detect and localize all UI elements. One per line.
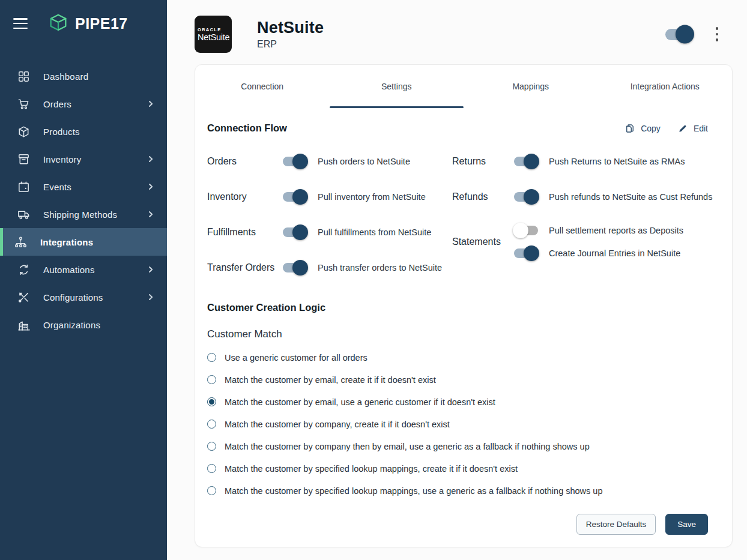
- sidebar-item-products[interactable]: Products: [0, 118, 167, 145]
- toggle-switch[interactable]: [283, 227, 307, 237]
- chevron-right-icon: [147, 265, 155, 274]
- tab-bar: ConnectionSettingsMappingsIntegration Ac…: [195, 65, 732, 108]
- box-icon: [17, 125, 31, 139]
- toggle-row-description: Push transfer orders to NetSuite: [318, 263, 442, 272]
- pipe17-cube-icon: [47, 12, 70, 35]
- radio-option-label: Match the customer by specified lookup m…: [225, 464, 518, 474]
- toggle-row: Pull settlement reports as Deposits: [514, 219, 683, 242]
- customer-match-label: Customer Match: [207, 328, 732, 340]
- radio-button-icon[interactable]: [207, 464, 216, 473]
- toggle-switch[interactable]: [283, 263, 307, 272]
- chevron-right-icon: [147, 100, 155, 108]
- netsuite-logo: ORACLE NetSuite: [195, 16, 232, 53]
- tab-mappings[interactable]: Mappings: [464, 65, 598, 108]
- sidebar: PIPE17 Dashboard Orders Products Invento…: [0, 0, 167, 560]
- kebab-menu-icon[interactable]: [711, 25, 724, 44]
- sidebar-item-label: Events: [43, 182, 71, 192]
- radio-option[interactable]: Match the customer by email, create it i…: [207, 369, 732, 391]
- connector-enabled-toggle[interactable]: [665, 29, 693, 40]
- settings-card: ConnectionSettingsMappingsIntegration Ac…: [195, 64, 733, 547]
- radio-button-icon[interactable]: [207, 442, 216, 451]
- sidebar-item-label: Automations: [43, 265, 95, 275]
- radio-option[interactable]: Match the customer by specified lookup m…: [207, 457, 732, 480]
- calendar-icon: [17, 180, 31, 194]
- sidebar-item-configurations[interactable]: Configurations: [0, 283, 167, 311]
- chevron-right-icon: [147, 210, 155, 218]
- radio-option[interactable]: Match the customer by email, use a gener…: [207, 391, 732, 413]
- sidebar-item-label: Dashboard: [43, 71, 88, 82]
- toggle-switch[interactable]: [514, 157, 538, 166]
- chevron-right-icon: [147, 293, 155, 301]
- restore-defaults-button[interactable]: Restore Defaults: [576, 514, 656, 535]
- sidebar-item-label: Configurations: [43, 292, 103, 303]
- sidebar-item-organizations[interactable]: Organizations: [0, 311, 167, 339]
- sidebar-item-shipping-methods[interactable]: Shipping Methods: [0, 200, 167, 228]
- brand-name: PIPE17: [75, 15, 128, 32]
- sidebar-item-events[interactable]: Events: [0, 173, 167, 200]
- tab-integration-actions[interactable]: Integration Actions: [598, 65, 733, 108]
- sidebar-item-integrations[interactable]: Integrations: [0, 228, 167, 256]
- toggle-row-label: Transfer Orders: [207, 262, 283, 273]
- hierarchy-icon: [14, 235, 28, 249]
- sidebar-header: PIPE17: [0, 0, 167, 35]
- toggle-row: Fulfillments Pull fulfillments from NetS…: [207, 214, 452, 250]
- customer-creation-title: Customer Creation Logic: [207, 302, 732, 313]
- toggle-switch[interactable]: [514, 192, 538, 202]
- customer-creation-section: Customer Creation Logic Customer Match U…: [195, 302, 732, 502]
- toggle-row: Refunds Push refunds to NetSuite as Cust…: [452, 179, 732, 214]
- toggle-row-description: Push Returns to NetSuite as RMAs: [549, 157, 685, 166]
- toggle-row-label: Fulfillments: [207, 227, 283, 238]
- radio-button-icon[interactable]: [207, 353, 216, 362]
- tab-connection[interactable]: Connection: [195, 65, 330, 108]
- hamburger-menu-icon[interactable]: [12, 17, 29, 29]
- toggle-row-label: Refunds: [452, 191, 514, 202]
- toggle-row-label: Orders: [207, 156, 283, 167]
- page-subtitle: ERP: [257, 39, 324, 50]
- tab-settings[interactable]: Settings: [330, 65, 464, 108]
- radio-option[interactable]: Match the customer by specified lookup m…: [207, 480, 732, 502]
- radio-option-label: Match the customer by company then by em…: [225, 442, 590, 451]
- toggle-switch[interactable]: [283, 157, 307, 166]
- sidebar-item-automations[interactable]: Automations: [0, 256, 167, 283]
- toggle-switch[interactable]: [514, 226, 538, 235]
- toggle-row-label: Returns: [452, 156, 514, 167]
- toggle-row-label: Inventory: [207, 191, 283, 202]
- dashboard-grid-icon: [17, 70, 31, 83]
- radio-option[interactable]: Match the customer by company then by em…: [207, 435, 732, 457]
- radio-option-label: Match the customer by company, create it…: [225, 420, 450, 429]
- radio-button-icon[interactable]: [207, 486, 216, 495]
- chevron-right-icon: [147, 182, 155, 191]
- cart-icon: [17, 97, 31, 111]
- toggle-switch[interactable]: [283, 192, 307, 202]
- statements-group: Statements Pull settlement reports as De…: [452, 219, 732, 265]
- chevron-right-icon: [147, 155, 155, 163]
- toggle-switch[interactable]: [514, 248, 538, 258]
- radio-option[interactable]: Match the customer by company, create it…: [207, 413, 732, 435]
- sidebar-item-dashboard[interactable]: Dashboard: [0, 62, 167, 90]
- toggle-row-description: Push orders to NetSuite: [318, 157, 410, 166]
- radio-option-label: Use a generic customer for all orders: [225, 353, 367, 363]
- toggle-row: Orders Push orders to NetSuite: [207, 143, 452, 179]
- radio-button-icon[interactable]: [207, 375, 216, 384]
- radio-option-label: Match the customer by specified lookup m…: [225, 486, 603, 496]
- radio-option[interactable]: Use a generic customer for all orders: [207, 346, 732, 369]
- edit-button[interactable]: Edit: [677, 123, 708, 134]
- sidebar-item-orders[interactable]: Orders: [0, 90, 167, 118]
- sidebar-item-inventory[interactable]: Inventory: [0, 145, 167, 173]
- toggle-row: Create Journal Entries in NetSuite: [514, 242, 683, 265]
- tools-icon: [17, 291, 31, 304]
- radio-option-label: Match the customer by email, use a gener…: [225, 397, 495, 407]
- truck-icon: [17, 208, 31, 221]
- radio-button-icon[interactable]: [207, 397, 216, 406]
- copy-icon: [625, 123, 635, 134]
- connection-flow-grid: Orders Push orders to NetSuite Inventory…: [195, 143, 732, 285]
- toggle-row: Returns Push Returns to NetSuite as RMAs: [452, 143, 732, 179]
- toggle-row: Transfer Orders Push transfer orders to …: [207, 250, 452, 285]
- save-button[interactable]: Save: [665, 514, 708, 535]
- copy-button[interactable]: Copy: [625, 123, 661, 134]
- sidebar-item-label: Orders: [43, 99, 71, 109]
- radio-button-icon[interactable]: [207, 420, 216, 429]
- sync-icon: [17, 263, 31, 277]
- radio-option-label: Match the customer by email, create it i…: [225, 375, 436, 385]
- main-content: ORACLE NetSuite NetSuite ERP ConnectionS…: [167, 0, 747, 560]
